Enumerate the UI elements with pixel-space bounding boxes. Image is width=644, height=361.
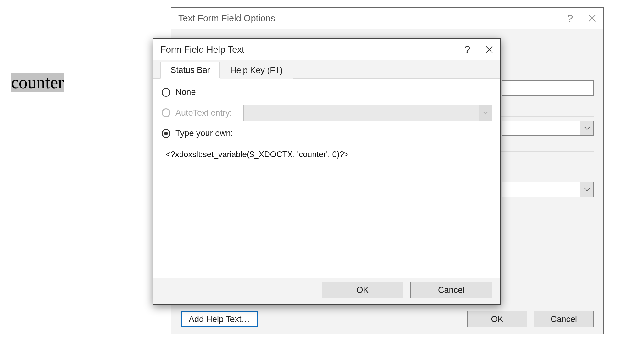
back-titlebar: Text Form Field Options ?	[171, 8, 603, 29]
type-your-own-textarea[interactable]	[162, 146, 492, 247]
document-highlighted-text: counter	[11, 73, 64, 92]
front-cancel-button[interactable]: Cancel	[410, 282, 492, 298]
radio-none-label: None	[175, 87, 196, 97]
radio-icon	[162, 108, 170, 117]
back-ok-button[interactable]: OK	[467, 311, 527, 327]
front-titlebar: Form Field Help Text ?	[153, 39, 500, 60]
back-dropdown-1	[502, 121, 594, 136]
chevron-down-icon	[580, 182, 593, 197]
add-help-text-button[interactable]: Add Help Text…	[181, 311, 258, 327]
back-dropdown-2	[502, 182, 594, 197]
radio-type-own-label: Type your own:	[175, 129, 233, 138]
tab-help-key[interactable]: Help Key (F1)	[220, 62, 293, 79]
chevron-down-icon	[580, 121, 593, 135]
front-dialog-title: Form Field Help Text	[160, 45, 456, 55]
radio-type-your-own[interactable]: Type your own:	[162, 129, 492, 138]
chevron-down-icon	[479, 105, 492, 121]
close-icon[interactable]	[478, 39, 500, 60]
front-dialog-buttons: OK Cancel	[322, 282, 492, 298]
radio-none[interactable]: None	[162, 87, 492, 97]
autotext-dropdown	[243, 105, 492, 121]
back-text-input	[502, 80, 594, 96]
back-dialog-title: Text Form Field Options	[178, 13, 559, 24]
back-cancel-button[interactable]: Cancel	[534, 311, 594, 327]
front-dialog-body: None AutoText entry: Type your own:	[153, 79, 500, 278]
radio-autotext-label: AutoText entry:	[175, 108, 232, 118]
front-ok-button[interactable]: OK	[322, 282, 403, 298]
help-icon[interactable]: ?	[456, 39, 478, 60]
document-field: counter	[11, 72, 64, 92]
tabs: Status Bar Help Key (F1)	[153, 60, 500, 79]
radio-icon	[162, 88, 170, 97]
dialog-form-field-help-text: Form Field Help Text ? Status Bar Help K…	[153, 38, 501, 305]
back-dialog-buttons: Add Help Text… OK Cancel	[181, 311, 594, 327]
close-icon	[581, 8, 603, 29]
radio-icon	[162, 129, 170, 138]
help-icon: ?	[559, 8, 581, 29]
radio-autotext: AutoText entry:	[162, 105, 492, 121]
tab-status-bar[interactable]: Status Bar	[160, 62, 220, 79]
